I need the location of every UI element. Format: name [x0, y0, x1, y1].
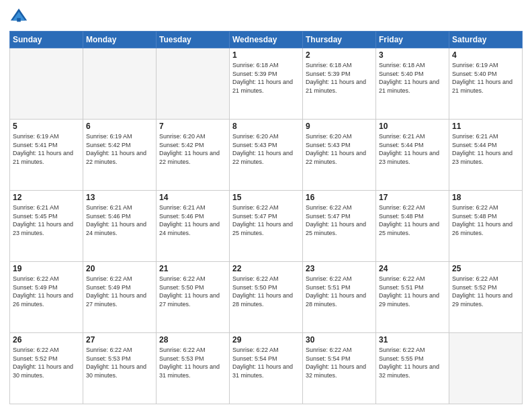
calendar-cell: 18Sunrise: 6:22 AM Sunset: 5:48 PM Dayli…	[449, 191, 523, 262]
day-number: 27	[86, 335, 153, 345]
calendar-cell: 13Sunrise: 6:21 AM Sunset: 5:46 PM Dayli…	[83, 191, 157, 262]
calendar-cell: 26Sunrise: 6:22 AM Sunset: 5:52 PM Dayli…	[10, 333, 83, 404]
weekday-header-wednesday: Wednesday	[230, 32, 303, 48]
day-number: 21	[159, 264, 226, 273]
day-number: 13	[86, 193, 153, 202]
calendar-cell: 23Sunrise: 6:22 AM Sunset: 5:51 PM Dayli…	[303, 262, 376, 333]
calendar-cell	[10, 48, 83, 120]
calendar-cell: 10Sunrise: 6:21 AM Sunset: 5:44 PM Dayli…	[376, 120, 449, 191]
calendar-cell: 15Sunrise: 6:22 AM Sunset: 5:47 PM Dayli…	[230, 191, 303, 262]
day-number: 29	[232, 335, 300, 345]
calendar-week-row: 12Sunrise: 6:21 AM Sunset: 5:45 PM Dayli…	[10, 191, 523, 262]
day-number: 19	[13, 264, 80, 273]
calendar-week-row: 26Sunrise: 6:22 AM Sunset: 5:52 PM Dayli…	[10, 333, 523, 404]
day-info: Sunrise: 6:22 AM Sunset: 5:47 PM Dayligh…	[232, 203, 300, 237]
day-info: Sunrise: 6:21 AM Sunset: 5:45 PM Dayligh…	[13, 203, 80, 237]
day-info: Sunrise: 6:22 AM Sunset: 5:48 PM Dayligh…	[379, 203, 446, 237]
calendar-cell: 9Sunrise: 6:20 AM Sunset: 5:43 PM Daylig…	[303, 120, 376, 191]
calendar-cell: 3Sunrise: 6:18 AM Sunset: 5:40 PM Daylig…	[376, 48, 449, 120]
day-number: 24	[379, 264, 446, 273]
calendar-cell: 21Sunrise: 6:22 AM Sunset: 5:50 PM Dayli…	[157, 262, 230, 333]
day-number: 7	[159, 122, 226, 131]
day-number: 14	[159, 193, 226, 202]
calendar-cell: 16Sunrise: 6:22 AM Sunset: 5:47 PM Dayli…	[303, 191, 376, 262]
calendar-table: SundayMondayTuesdayWednesdayThursdayFrid…	[9, 31, 523, 404]
page: SundayMondayTuesdayWednesdayThursdayFrid…	[0, 0, 532, 411]
day-number: 1	[232, 50, 300, 60]
calendar-cell: 1Sunrise: 6:18 AM Sunset: 5:39 PM Daylig…	[230, 48, 303, 120]
calendar-week-row: 19Sunrise: 6:22 AM Sunset: 5:49 PM Dayli…	[10, 262, 523, 333]
day-info: Sunrise: 6:21 AM Sunset: 5:44 PM Dayligh…	[452, 132, 519, 166]
day-info: Sunrise: 6:19 AM Sunset: 5:41 PM Dayligh…	[13, 132, 80, 166]
calendar-cell: 5Sunrise: 6:19 AM Sunset: 5:41 PM Daylig…	[10, 120, 83, 191]
calendar-cell	[83, 48, 157, 120]
day-number: 15	[232, 193, 300, 202]
day-info: Sunrise: 6:20 AM Sunset: 5:43 PM Dayligh…	[306, 132, 373, 166]
day-number: 6	[86, 122, 153, 131]
weekday-header-thursday: Thursday	[303, 32, 376, 48]
calendar-header: SundayMondayTuesdayWednesdayThursdayFrid…	[10, 32, 523, 48]
calendar-cell: 19Sunrise: 6:22 AM Sunset: 5:49 PM Dayli…	[10, 262, 83, 333]
calendar-body: 1Sunrise: 6:18 AM Sunset: 5:39 PM Daylig…	[10, 48, 523, 404]
day-info: Sunrise: 6:22 AM Sunset: 5:50 PM Dayligh…	[159, 275, 226, 308]
day-info: Sunrise: 6:22 AM Sunset: 5:53 PM Dayligh…	[159, 346, 226, 379]
calendar-cell: 12Sunrise: 6:21 AM Sunset: 5:45 PM Dayli…	[10, 191, 83, 262]
logo	[9, 7, 31, 26]
day-info: Sunrise: 6:22 AM Sunset: 5:49 PM Dayligh…	[13, 275, 80, 308]
day-info: Sunrise: 6:21 AM Sunset: 5:44 PM Dayligh…	[379, 132, 446, 166]
day-number: 2	[306, 50, 373, 60]
day-info: Sunrise: 6:22 AM Sunset: 5:52 PM Dayligh…	[452, 275, 519, 308]
day-info: Sunrise: 6:22 AM Sunset: 5:50 PM Dayligh…	[232, 275, 300, 308]
day-info: Sunrise: 6:22 AM Sunset: 5:52 PM Dayligh…	[13, 346, 80, 379]
calendar-cell	[157, 48, 230, 120]
day-info: Sunrise: 6:22 AM Sunset: 5:51 PM Dayligh…	[306, 275, 373, 308]
day-info: Sunrise: 6:18 AM Sunset: 5:40 PM Dayligh…	[379, 61, 446, 95]
day-number: 22	[232, 264, 300, 273]
calendar-week-row: 5Sunrise: 6:19 AM Sunset: 5:41 PM Daylig…	[10, 120, 523, 191]
svg-rect-2	[17, 18, 21, 22]
day-info: Sunrise: 6:22 AM Sunset: 5:49 PM Dayligh…	[86, 275, 153, 308]
calendar-cell: 7Sunrise: 6:20 AM Sunset: 5:42 PM Daylig…	[157, 120, 230, 191]
day-number: 23	[306, 264, 373, 273]
day-number: 17	[379, 193, 446, 202]
day-info: Sunrise: 6:19 AM Sunset: 5:40 PM Dayligh…	[452, 61, 519, 95]
day-number: 30	[306, 335, 373, 345]
calendar-cell: 24Sunrise: 6:22 AM Sunset: 5:51 PM Dayli…	[376, 262, 449, 333]
day-number: 16	[306, 193, 373, 202]
day-info: Sunrise: 6:18 AM Sunset: 5:39 PM Dayligh…	[232, 61, 300, 95]
day-info: Sunrise: 6:22 AM Sunset: 5:51 PM Dayligh…	[379, 275, 446, 308]
calendar-cell: 27Sunrise: 6:22 AM Sunset: 5:53 PM Dayli…	[83, 333, 157, 404]
day-info: Sunrise: 6:20 AM Sunset: 5:42 PM Dayligh…	[159, 132, 226, 166]
calendar-cell: 11Sunrise: 6:21 AM Sunset: 5:44 PM Dayli…	[449, 120, 523, 191]
weekday-header-saturday: Saturday	[449, 32, 523, 48]
day-number: 28	[159, 335, 226, 345]
day-info: Sunrise: 6:18 AM Sunset: 5:39 PM Dayligh…	[306, 61, 373, 95]
calendar-cell: 28Sunrise: 6:22 AM Sunset: 5:53 PM Dayli…	[157, 333, 230, 404]
day-info: Sunrise: 6:22 AM Sunset: 5:47 PM Dayligh…	[306, 203, 373, 237]
day-info: Sunrise: 6:22 AM Sunset: 5:53 PM Dayligh…	[86, 346, 153, 379]
day-info: Sunrise: 6:22 AM Sunset: 5:54 PM Dayligh…	[306, 346, 373, 379]
calendar-cell: 30Sunrise: 6:22 AM Sunset: 5:54 PM Dayli…	[303, 333, 376, 404]
weekday-header-row: SundayMondayTuesdayWednesdayThursdayFrid…	[10, 32, 523, 48]
day-number: 11	[452, 122, 519, 131]
day-number: 9	[306, 122, 373, 131]
day-info: Sunrise: 6:22 AM Sunset: 5:54 PM Dayligh…	[232, 346, 300, 379]
day-number: 3	[379, 50, 446, 60]
day-number: 10	[379, 122, 446, 131]
calendar-cell: 2Sunrise: 6:18 AM Sunset: 5:39 PM Daylig…	[303, 48, 376, 120]
calendar-cell: 8Sunrise: 6:20 AM Sunset: 5:43 PM Daylig…	[230, 120, 303, 191]
day-info: Sunrise: 6:21 AM Sunset: 5:46 PM Dayligh…	[86, 203, 153, 237]
day-number: 4	[452, 50, 519, 60]
logo-icon	[9, 7, 28, 26]
day-number: 25	[452, 264, 519, 273]
weekday-header-sunday: Sunday	[10, 32, 83, 48]
calendar-cell: 31Sunrise: 6:22 AM Sunset: 5:55 PM Dayli…	[376, 333, 449, 404]
calendar-cell: 25Sunrise: 6:22 AM Sunset: 5:52 PM Dayli…	[449, 262, 523, 333]
day-number: 5	[13, 122, 80, 131]
weekday-header-friday: Friday	[376, 32, 449, 48]
day-number: 20	[86, 264, 153, 273]
day-number: 18	[452, 193, 519, 202]
day-info: Sunrise: 6:21 AM Sunset: 5:46 PM Dayligh…	[159, 203, 226, 237]
header	[9, 7, 523, 26]
calendar-cell	[449, 333, 523, 404]
